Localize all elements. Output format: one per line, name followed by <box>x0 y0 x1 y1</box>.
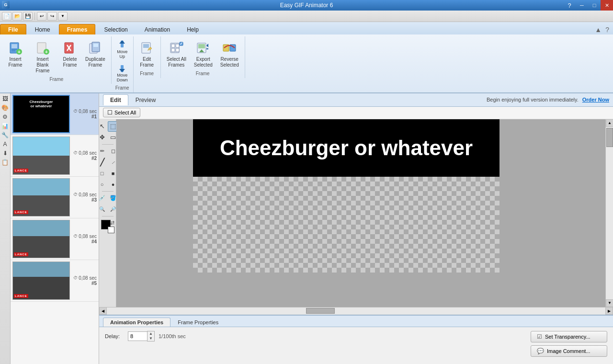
tool-select[interactable]: ↖ <box>99 121 107 132</box>
delay-spin-up[interactable]: ▲ <box>148 331 154 336</box>
reverse-selected-button[interactable]: ReverseSelected <box>217 38 242 70</box>
background-color-swatch[interactable] <box>108 227 114 233</box>
tab-home[interactable]: Home <box>27 24 58 34</box>
frame-time-1: ⏱ 0,08 sec <box>73 109 97 114</box>
close-button[interactable]: ✕ <box>601 0 613 11</box>
tool-pencil[interactable]: ✏ <box>99 146 107 157</box>
edit-frame-icon <box>139 40 155 56</box>
frame-thumb-5: LANCE <box>12 262 70 300</box>
svg-rect-23 <box>171 44 175 47</box>
vertical-scrollbar[interactable]: ▲ ▼ <box>605 119 613 307</box>
hscroll-left-btn[interactable]: ◀ <box>99 307 107 315</box>
vscroll-thumb[interactable] <box>606 128 613 147</box>
tool-move[interactable]: ✥ <box>99 132 107 143</box>
move-up-button[interactable]: MoveUp <box>114 38 130 61</box>
set-transparency-label: Set Transparency... <box>545 334 590 340</box>
order-now-text: Begin enjoying full version immediately. <box>487 97 579 102</box>
edit-frame-button[interactable]: EditFrame <box>136 38 158 70</box>
frame-thumb-3: LANCE <box>12 178 70 216</box>
frame-item-1[interactable]: Cheezburgeror whatever ⏱ 0,08 sec #1 <box>11 93 99 135</box>
tab-preview[interactable]: Preview <box>128 94 163 105</box>
frame-item-5[interactable]: LANCE ⏱ 0,08 sec #5 <box>11 260 99 302</box>
tab-frames[interactable]: Frames <box>59 24 96 34</box>
frame-num-3: #3 <box>91 197 97 203</box>
image-comment-button[interactable]: 💬 Image Comment... <box>531 345 607 357</box>
select-all-button[interactable]: ☐ Select All <box>103 108 140 117</box>
ribbon-help-btn[interactable]: ? <box>603 25 611 34</box>
lt-tool-6[interactable]: A <box>1 140 10 148</box>
lt-tool-7[interactable]: ⬇ <box>1 149 10 158</box>
tab-file[interactable]: File <box>0 24 26 34</box>
frame-item-2[interactable]: LANCE ⏱ 0,08 sec #2 <box>11 135 99 177</box>
frame-thumb-2: LANCE <box>12 136 70 175</box>
tab-edit[interactable]: Edit <box>103 94 128 105</box>
vscroll-track[interactable] <box>606 127 613 299</box>
svg-rect-1 <box>11 44 17 48</box>
tool-eyedropper[interactable]: 💉 <box>99 193 107 204</box>
select-all-frames-button[interactable]: ✓ Select AllFrames <box>164 38 189 70</box>
qa-save[interactable]: 💾 <box>23 12 33 21</box>
frame-time-3: ⏱ 0,08 sec <box>73 192 97 197</box>
export-selected-button[interactable]: ExportSelected <box>191 38 216 70</box>
delay-spinbox[interactable]: ▲ ▼ <box>128 331 155 341</box>
qa-redo[interactable]: ↪ <box>47 12 57 21</box>
swap-colors-btn[interactable]: ⇄ <box>110 220 114 226</box>
tab-animation[interactable]: Animation <box>136 24 178 34</box>
duplicate-frame-button[interactable]: DuplicateFrame <box>82 38 108 70</box>
ribbon-move-group-label: Frame <box>115 84 129 91</box>
frame-thumb-1: Cheezburgeror whatever <box>12 95 70 133</box>
frame-item-3[interactable]: LANCE ⏱ 0,08 sec #3 <box>11 177 99 218</box>
export-selected-label: ExportSelected <box>194 57 213 68</box>
hscroll-right-btn[interactable]: ▶ <box>605 307 613 315</box>
delay-unit: 1/100th sec <box>159 333 186 339</box>
lt-tool-2[interactable]: 🎨 <box>1 103 10 112</box>
tool-rect-draw[interactable]: □ <box>99 168 107 179</box>
set-transparency-button[interactable]: ☑ Set Transparency... <box>531 331 607 342</box>
tool-ellipse[interactable]: ○ <box>99 179 107 190</box>
minimize-button[interactable]: ─ <box>576 0 588 11</box>
lt-tool-3[interactable]: ⚙ <box>1 113 10 121</box>
insert-blank-frame-button[interactable]: + Insert BlankFrame <box>28 38 57 76</box>
image-comment-icon: 💬 <box>537 348 544 354</box>
window-controls[interactable]: ? ─ □ ✕ <box>563 0 613 11</box>
move-down-button[interactable]: MoveDown <box>114 62 130 84</box>
app-icon: G <box>2 1 10 9</box>
insert-frame-button[interactable]: + InsertFrame <box>5 38 26 70</box>
hscroll-track[interactable] <box>107 307 605 314</box>
vscroll-down-btn[interactable]: ▼ <box>606 299 613 307</box>
tab-help[interactable]: Help <box>179 24 207 34</box>
lt-tool-8[interactable]: 📋 <box>1 158 10 167</box>
tab-selection[interactable]: Selection <box>96 24 136 34</box>
lt-tool-1[interactable]: 🖼 <box>1 94 10 103</box>
delete-frame-icon <box>62 40 78 56</box>
insert-frame-icon: + <box>8 40 23 56</box>
ribbon-group-move: MoveUp MoveDown Frame <box>112 36 134 92</box>
lt-tool-4[interactable]: 📊 <box>1 122 10 130</box>
frame-item-4[interactable]: LANCE ⏱ 0,08 sec #4 <box>11 218 99 260</box>
qa-new[interactable]: 📄 <box>2 12 11 21</box>
tool-zoom-in[interactable]: 🔍 <box>99 204 107 215</box>
frame-list[interactable]: Cheezburgeror whatever ⏱ 0,08 sec #1 LAN… <box>11 93 99 364</box>
qa-more[interactable]: ▼ <box>58 12 68 21</box>
horizontal-scrollbar[interactable]: ◀ ▶ <box>99 307 613 315</box>
gif-title-text: Cheezburger or whatever <box>220 136 473 160</box>
delay-spin-arrows: ▲ ▼ <box>147 331 155 341</box>
delay-spin-down[interactable]: ▼ <box>148 336 154 341</box>
help-button[interactable]: ? <box>563 0 576 11</box>
svg-rect-14 <box>93 44 98 47</box>
hscroll-thumb[interactable] <box>306 308 335 314</box>
canvas-scroll[interactable]: Cheezburger or whatever <box>116 119 605 307</box>
lt-tool-5[interactable]: 🔧 <box>1 131 10 139</box>
vscroll-up-btn[interactable]: ▲ <box>606 119 613 127</box>
select-all-frames-icon: ✓ <box>169 40 184 56</box>
maximize-button[interactable]: □ <box>588 0 601 11</box>
order-now-link[interactable]: Order Now <box>582 97 609 102</box>
qa-undo[interactable]: ↩ <box>37 12 46 21</box>
delay-input[interactable] <box>128 331 147 341</box>
qa-open[interactable]: 📂 <box>12 12 22 21</box>
tab-frame-props[interactable]: Frame Properties <box>170 318 226 327</box>
delete-frame-button[interactable]: DeleteFrame <box>59 38 80 70</box>
tool-line[interactable]: ╱ <box>99 157 107 168</box>
collapse-ribbon-btn[interactable]: ▲ <box>593 25 603 34</box>
tab-animation-props[interactable]: Animation Properties <box>103 318 170 327</box>
